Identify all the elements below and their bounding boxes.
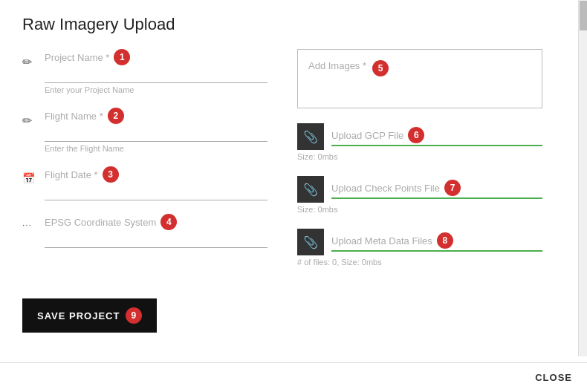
upload-metadata-row: 📎 Upload Meta Data Files 8 # of files: 0… [297, 229, 542, 267]
upload-metadata-label: Upload Meta Data Files [331, 235, 432, 246]
step-badge-5: 5 [372, 60, 389, 76]
epsg-input[interactable] [45, 230, 267, 248]
edit-icon-1: ✏ [22, 55, 37, 69]
flight-date-label: Flight Date * [45, 169, 98, 180]
upload-checkpoints-label: Upload Check Points File [331, 183, 440, 194]
paperclip-icon-metadata: 📎 [303, 235, 318, 249]
step-badge-1: 1 [114, 49, 130, 65]
add-images-label: Add Images * [308, 60, 366, 71]
step-badge-8: 8 [437, 232, 453, 249]
epsg-label: EPSG Coordinate System [45, 217, 156, 228]
upload-gcp-size: Size: 0mbs [297, 152, 542, 161]
add-images-box[interactable]: Add Images * 5 [297, 49, 542, 108]
upload-metadata-size: # of files: 0, Size: 0mbs [297, 258, 542, 267]
project-name-label: Project Name * [45, 52, 109, 63]
save-button-label: SAVE PROJECT [37, 310, 120, 321]
flight-date-field: 📅 Flight Date * 3 [22, 166, 267, 200]
upload-gcp-row: 📎 Upload GCP File 6 Size: 0mbs [297, 123, 542, 161]
upload-checkpoints-row: 📎 Upload Check Points File 7 Size: 0mbs [297, 176, 542, 214]
scroll-thumb[interactable] [580, 1, 587, 30]
edit-icon-2: ✏ [22, 114, 37, 128]
close-button[interactable]: CLOSE [535, 372, 572, 383]
scrollbar[interactable] [578, 0, 587, 356]
epsg-field: ··· EPSG Coordinate System 4 [22, 214, 267, 248]
step-badge-7: 7 [444, 180, 461, 196]
save-project-button[interactable]: SAVE PROJECT 9 [22, 298, 157, 333]
left-panel: ✏ Project Name * 1 Enter your Project Na… [22, 49, 267, 333]
project-name-field: ✏ Project Name * 1 Enter your Project Na… [22, 49, 267, 94]
step-badge-2: 2 [108, 108, 124, 124]
step-badge-6: 6 [408, 127, 424, 143]
flight-date-input[interactable] [45, 183, 267, 200]
upload-checkpoints-underline [331, 197, 542, 199]
upload-checkpoints-size: Size: 0mbs [297, 205, 542, 214]
right-panel: Add Images * 5 📎 Upload GCP File 6 [297, 49, 542, 333]
calendar-icon: 📅 [22, 172, 37, 184]
paperclip-icon-checkpoints: 📎 [303, 183, 318, 197]
flight-name-input[interactable] [45, 124, 267, 142]
upload-metadata-button[interactable]: 📎 [297, 229, 324, 255]
dots-icon: ··· [22, 220, 37, 230]
upload-checkpoints-button[interactable]: 📎 [297, 176, 324, 203]
upload-gcp-underline [331, 145, 542, 146]
upload-metadata-underline [331, 250, 542, 252]
step-badge-9: 9 [126, 307, 142, 324]
paperclip-icon-gcp: 📎 [303, 130, 318, 144]
bottom-bar: CLOSE [0, 362, 587, 392]
flight-name-hint: Enter the Flight Name [45, 144, 267, 153]
upload-gcp-label: Upload GCP File [331, 130, 403, 141]
upload-gcp-button[interactable]: 📎 [297, 123, 324, 150]
step-badge-4: 4 [160, 214, 177, 230]
step-badge-3: 3 [103, 166, 119, 183]
flight-name-label: Flight Name * [45, 111, 103, 122]
project-name-hint: Enter your Project Name [45, 85, 267, 94]
flight-name-field: ✏ Flight Name * 2 Enter the Flight Name [22, 108, 267, 153]
page-title: Raw Imagery Upload [22, 15, 542, 34]
project-name-input[interactable] [45, 65, 267, 83]
